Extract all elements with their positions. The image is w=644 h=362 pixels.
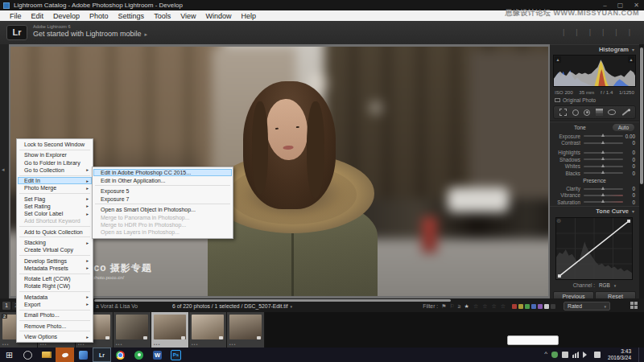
context-menu-item[interactable]: Show in Explorer ▸ (18, 151, 92, 158)
module-tab[interactable] (557, 28, 570, 36)
panel-scrollbar[interactable] (639, 44, 644, 298)
slider-thumb[interactable] (601, 141, 605, 144)
module-tab[interactable] (609, 28, 622, 36)
menu-bar-item[interactable]: Develop (48, 12, 85, 20)
panel-collapse-icon[interactable]: ◂ (2, 167, 5, 173)
filmstrip-grid-icon[interactable] (630, 302, 638, 309)
start-icon[interactable] (0, 348, 19, 362)
context-menu-item[interactable]: Export ▸ (18, 301, 92, 308)
spot-removal-icon[interactable] (572, 109, 579, 116)
context-menu-item[interactable]: Photo Merge ▸ (18, 184, 92, 191)
scrollbar-thumb[interactable] (640, 47, 643, 184)
app-blue-icon[interactable] (74, 348, 93, 362)
context-menu-item[interactable]: Add Shortcut Keyword ▸ (18, 217, 92, 224)
color-chip[interactable] (544, 304, 549, 309)
context-menu-item[interactable]: Metadata ▸ (18, 294, 92, 301)
slider-row[interactable]: Whites 0 (550, 163, 639, 170)
menu-bar-item[interactable]: Settings (114, 12, 150, 20)
filmstrip-thumbnail[interactable] (189, 312, 227, 348)
star-icon[interactable]: ☆ (473, 303, 479, 310)
context-menu-item[interactable]: Remove Photo... ▸ (18, 323, 92, 330)
flag-pick-icon[interactable]: ⚑ (441, 303, 446, 310)
photoshop-icon[interactable] (167, 348, 185, 362)
slider-thumb[interactable] (601, 171, 605, 174)
tone-curve-header[interactable]: Tone Curve▾ (550, 206, 639, 216)
context-menu-item[interactable]: View Options ▸ (18, 333, 92, 340)
file-explorer-icon[interactable] (37, 348, 56, 362)
histogram-header[interactable]: Histogram▾ (550, 44, 639, 54)
highlight-clipping-icon[interactable]: ▲ (628, 56, 634, 63)
sync-tray-icon[interactable] (562, 352, 568, 358)
context-menu-item[interactable]: Metadata Presets ▸ (18, 265, 92, 272)
module-tab[interactable] (570, 28, 583, 36)
menu-bar-item[interactable]: File (5, 12, 27, 20)
security-tray-icon[interactable] (551, 352, 558, 358)
context-menu-item[interactable]: Set Color Label ▸ (18, 210, 92, 217)
star-icon[interactable]: ☆ (501, 303, 506, 310)
slider-row[interactable]: Contrast 0 (550, 139, 639, 146)
filter-preset-dropdown[interactable]: Rated▾ (564, 302, 610, 311)
slider-thumb[interactable] (601, 200, 605, 203)
auto-tone-button[interactable]: Auto (612, 123, 635, 132)
main-window-button[interactable]: 1 (2, 302, 10, 310)
targeted-adjustment-icon[interactable]: ◎ (555, 217, 562, 224)
star-icon[interactable]: ★ (464, 303, 470, 310)
menu-bar-item[interactable]: Window (201, 12, 237, 20)
filmstrip-thumbnail[interactable] (151, 312, 189, 348)
identity-plate[interactable]: Get started with Lightroom mobile▸ (33, 30, 147, 38)
slider-row[interactable]: Shadows 0 (550, 156, 639, 162)
context-menu-item[interactable]: Edit In ▸ (18, 177, 92, 184)
slider-thumb[interactable] (601, 164, 605, 167)
menu-bar-item[interactable]: View (175, 12, 200, 20)
context-menu-item[interactable]: Go to Collection ▸ (18, 167, 92, 174)
filmstrip-status[interactable]: 6 of 220 photos / 1 selected / DSC_5207-… (172, 303, 292, 309)
volume-icon[interactable] (583, 352, 590, 358)
slider-thumb[interactable] (601, 134, 605, 137)
submenu-item[interactable]: Edit in Adobe Photoshop CC 2015... (93, 169, 232, 176)
context-menu-item[interactable]: Lock to Second Window ▸ (18, 141, 92, 148)
submenu-item[interactable]: Open as Smart Object in Photoshop... (93, 206, 232, 213)
color-chip[interactable] (538, 304, 543, 309)
crop-overlay-icon[interactable] (559, 109, 567, 116)
adjustment-brush-icon[interactable] (621, 109, 629, 116)
app-orange-icon[interactable] (56, 348, 74, 362)
histogram[interactable]: ▲ ▲ (553, 55, 636, 87)
slider-row[interactable]: Highlights 0 (550, 150, 639, 156)
network-icon[interactable] (572, 352, 579, 358)
radial-filter-icon[interactable] (608, 109, 616, 115)
flag-reject-icon[interactable]: ⚐ (449, 303, 454, 310)
color-chip[interactable] (531, 304, 536, 309)
context-menu-item[interactable]: Set Flag ▸ (18, 195, 92, 203)
context-menu-item[interactable]: Go to Folder in Library ▸ (18, 159, 92, 167)
chrome-icon[interactable] (111, 348, 130, 362)
module-tab[interactable] (584, 28, 597, 36)
slider-thumb[interactable] (601, 187, 605, 190)
tray-expand-icon[interactable]: ^ (544, 351, 547, 357)
context-menu-item[interactable]: Add to Quick Collection ▸ (18, 228, 92, 236)
app-green-icon[interactable] (130, 348, 148, 362)
show-desktop-button[interactable] (638, 348, 641, 362)
slider-row[interactable]: Vibrance 0 (550, 192, 639, 199)
color-chip[interactable] (512, 304, 517, 309)
shadow-clipping-icon[interactable]: ▲ (555, 56, 561, 63)
rating-operator[interactable]: ≥ (458, 303, 461, 309)
slider-row[interactable]: Saturation 0 (550, 199, 639, 205)
tone-curve[interactable]: ◎ (555, 217, 633, 280)
taskbar-clock[interactable]: 3:43 2016/3/24 (605, 348, 634, 361)
color-chip[interactable] (525, 304, 530, 309)
submenu-item[interactable]: Merge to Panorama in Photoshop... (93, 213, 232, 220)
filmstrip-thumbnail[interactable] (227, 312, 265, 348)
filmstrip-thumbnail[interactable] (114, 312, 151, 348)
message-icon[interactable] (594, 352, 601, 358)
submenu-item[interactable]: Merge to HDR Pro in Photoshop... (93, 221, 232, 228)
slider-thumb[interactable] (601, 157, 605, 160)
menu-bar-item[interactable]: Tools (149, 12, 175, 20)
channel-value[interactable]: RGB (599, 282, 610, 288)
slider-thumb[interactable] (601, 150, 605, 154)
word-icon[interactable] (148, 348, 167, 362)
context-menu-item[interactable]: Email Photo... ▸ (18, 311, 92, 319)
slider-row[interactable]: Exposure 0.00 (550, 133, 639, 139)
submenu-item[interactable]: Exposure 7 (93, 195, 232, 202)
filmstrip-scrollbar[interactable] (94, 299, 451, 302)
slider-thumb[interactable] (601, 193, 605, 196)
